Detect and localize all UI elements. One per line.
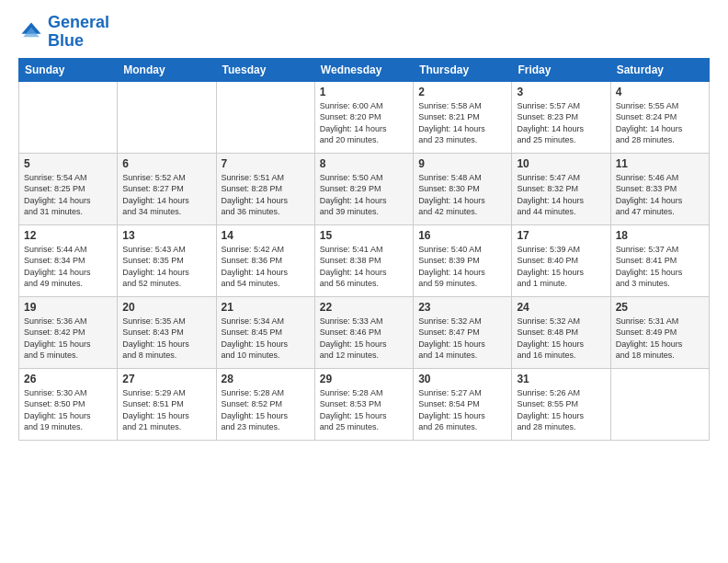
day-number: 26: [24, 373, 112, 385]
weekday-header: SundayMondayTuesdayWednesdayThursdayFrid…: [19, 58, 710, 81]
calendar-cell: 13Sunrise: 5:43 AM Sunset: 8:35 PM Dayli…: [118, 224, 216, 296]
day-info: Sunrise: 5:30 AM Sunset: 8:50 PM Dayligh…: [24, 387, 112, 433]
day-number: 1: [320, 86, 408, 98]
week-row-5: 26Sunrise: 5:30 AM Sunset: 8:50 PM Dayli…: [19, 368, 710, 440]
calendar-cell: 11Sunrise: 5:46 AM Sunset: 8:33 PM Dayli…: [610, 153, 709, 224]
day-number: 28: [222, 373, 310, 385]
day-info: Sunrise: 5:37 AM Sunset: 8:41 PM Dayligh…: [616, 244, 704, 290]
day-info: Sunrise: 5:34 AM Sunset: 8:45 PM Dayligh…: [222, 316, 310, 362]
day-number: 12: [24, 229, 112, 242]
day-number: 9: [418, 157, 506, 170]
day-info: Sunrise: 5:52 AM Sunset: 8:27 PM Dayligh…: [122, 172, 210, 218]
day-info: Sunrise: 5:29 AM Sunset: 8:51 PM Dayligh…: [122, 387, 210, 433]
logo-text: General Blue: [48, 14, 109, 51]
calendar-cell: 15Sunrise: 5:41 AM Sunset: 8:38 PM Dayli…: [314, 224, 413, 296]
day-number: 31: [517, 373, 605, 385]
day-info: Sunrise: 5:39 AM Sunset: 8:40 PM Dayligh…: [517, 244, 605, 290]
calendar-cell: 12Sunrise: 5:44 AM Sunset: 8:34 PM Dayli…: [19, 224, 118, 296]
day-number: 5: [24, 157, 112, 170]
weekday-monday: Monday: [118, 58, 216, 81]
day-number: 8: [320, 157, 408, 170]
day-number: 2: [418, 86, 506, 98]
weekday-tuesday: Tuesday: [216, 58, 314, 81]
day-info: Sunrise: 5:43 AM Sunset: 8:35 PM Dayligh…: [122, 244, 210, 290]
calendar-cell: 9Sunrise: 5:48 AM Sunset: 8:30 PM Daylig…: [414, 153, 512, 224]
week-row-2: 5Sunrise: 5:54 AM Sunset: 8:25 PM Daylig…: [19, 153, 710, 224]
day-info: Sunrise: 5:58 AM Sunset: 8:21 PM Dayligh…: [418, 100, 506, 146]
day-info: Sunrise: 5:40 AM Sunset: 8:39 PM Dayligh…: [418, 244, 506, 290]
day-info: Sunrise: 5:42 AM Sunset: 8:36 PM Dayligh…: [222, 244, 310, 290]
day-info: Sunrise: 5:32 AM Sunset: 8:47 PM Dayligh…: [418, 316, 506, 362]
logo-icon: [18, 19, 44, 45]
calendar-cell: 22Sunrise: 5:33 AM Sunset: 8:46 PM Dayli…: [314, 296, 413, 368]
day-number: 30: [418, 373, 506, 385]
calendar-cell: [610, 368, 709, 440]
day-number: 18: [616, 229, 704, 242]
day-number: 7: [222, 157, 310, 170]
weekday-thursday: Thursday: [414, 58, 512, 81]
weekday-sunday: Sunday: [19, 58, 118, 81]
day-info: Sunrise: 5:28 AM Sunset: 8:52 PM Dayligh…: [222, 387, 310, 433]
calendar-cell: 6Sunrise: 5:52 AM Sunset: 8:27 PM Daylig…: [118, 153, 216, 224]
calendar-cell: 27Sunrise: 5:29 AM Sunset: 8:51 PM Dayli…: [118, 368, 216, 440]
calendar-cell: 24Sunrise: 5:32 AM Sunset: 8:48 PM Dayli…: [512, 296, 610, 368]
day-number: 29: [320, 373, 408, 385]
day-number: 10: [517, 157, 605, 170]
calendar-cell: 30Sunrise: 5:27 AM Sunset: 8:54 PM Dayli…: [414, 368, 512, 440]
calendar-cell: 16Sunrise: 5:40 AM Sunset: 8:39 PM Dayli…: [414, 224, 512, 296]
calendar-cell: 20Sunrise: 5:35 AM Sunset: 8:43 PM Dayli…: [118, 296, 216, 368]
day-info: Sunrise: 5:26 AM Sunset: 8:55 PM Dayligh…: [517, 387, 605, 433]
day-number: 27: [122, 373, 210, 385]
weekday-saturday: Saturday: [610, 58, 709, 81]
day-info: Sunrise: 5:32 AM Sunset: 8:48 PM Dayligh…: [517, 316, 605, 362]
day-info: Sunrise: 5:54 AM Sunset: 8:25 PM Dayligh…: [24, 172, 112, 218]
day-number: 13: [122, 229, 210, 242]
day-number: 3: [517, 86, 605, 98]
day-number: 11: [616, 157, 704, 170]
calendar-cell: 19Sunrise: 5:36 AM Sunset: 8:42 PM Dayli…: [19, 296, 118, 368]
day-info: Sunrise: 5:44 AM Sunset: 8:34 PM Dayligh…: [24, 244, 112, 290]
weekday-wednesday: Wednesday: [314, 58, 413, 81]
calendar-cell: [216, 81, 314, 153]
calendar-cell: 18Sunrise: 5:37 AM Sunset: 8:41 PM Dayli…: [610, 224, 709, 296]
calendar-cell: 4Sunrise: 5:55 AM Sunset: 8:24 PM Daylig…: [610, 81, 709, 153]
calendar-cell: 25Sunrise: 5:31 AM Sunset: 8:49 PM Dayli…: [610, 296, 709, 368]
day-info: Sunrise: 5:31 AM Sunset: 8:49 PM Dayligh…: [616, 316, 704, 362]
page: General Blue SundayMondayTuesdayWednesda…: [0, 0, 728, 563]
day-number: 6: [122, 157, 210, 170]
calendar-cell: 26Sunrise: 5:30 AM Sunset: 8:50 PM Dayli…: [19, 368, 118, 440]
header: General Blue: [18, 14, 710, 51]
calendar-table: SundayMondayTuesdayWednesdayThursdayFrid…: [18, 58, 710, 441]
day-number: 21: [222, 301, 310, 314]
calendar-cell: 1Sunrise: 6:00 AM Sunset: 8:20 PM Daylig…: [314, 81, 413, 153]
calendar-cell: 5Sunrise: 5:54 AM Sunset: 8:25 PM Daylig…: [19, 153, 118, 224]
day-info: Sunrise: 5:48 AM Sunset: 8:30 PM Dayligh…: [418, 172, 506, 218]
day-info: Sunrise: 5:27 AM Sunset: 8:54 PM Dayligh…: [418, 387, 506, 433]
day-number: 16: [418, 229, 506, 242]
week-row-4: 19Sunrise: 5:36 AM Sunset: 8:42 PM Dayli…: [19, 296, 710, 368]
day-number: 20: [122, 301, 210, 314]
day-info: Sunrise: 5:55 AM Sunset: 8:24 PM Dayligh…: [616, 100, 704, 146]
calendar-cell: 3Sunrise: 5:57 AM Sunset: 8:23 PM Daylig…: [512, 81, 610, 153]
calendar-cell: 8Sunrise: 5:50 AM Sunset: 8:29 PM Daylig…: [314, 153, 413, 224]
weekday-friday: Friday: [512, 58, 610, 81]
day-info: Sunrise: 5:57 AM Sunset: 8:23 PM Dayligh…: [517, 100, 605, 146]
calendar-cell: 7Sunrise: 5:51 AM Sunset: 8:28 PM Daylig…: [216, 153, 314, 224]
week-row-1: 1Sunrise: 6:00 AM Sunset: 8:20 PM Daylig…: [19, 81, 710, 153]
day-info: Sunrise: 5:35 AM Sunset: 8:43 PM Dayligh…: [122, 316, 210, 362]
day-info: Sunrise: 5:51 AM Sunset: 8:28 PM Dayligh…: [222, 172, 310, 218]
calendar-cell: 29Sunrise: 5:28 AM Sunset: 8:53 PM Dayli…: [314, 368, 413, 440]
day-info: Sunrise: 5:28 AM Sunset: 8:53 PM Dayligh…: [320, 387, 408, 433]
calendar-cell: 21Sunrise: 5:34 AM Sunset: 8:45 PM Dayli…: [216, 296, 314, 368]
day-info: Sunrise: 5:47 AM Sunset: 8:32 PM Dayligh…: [517, 172, 605, 218]
day-info: Sunrise: 5:46 AM Sunset: 8:33 PM Dayligh…: [616, 172, 704, 218]
day-number: 15: [320, 229, 408, 242]
day-info: Sunrise: 5:50 AM Sunset: 8:29 PM Dayligh…: [320, 172, 408, 218]
day-number: 25: [616, 301, 704, 314]
day-number: 4: [616, 86, 704, 98]
day-info: Sunrise: 5:41 AM Sunset: 8:38 PM Dayligh…: [320, 244, 408, 290]
day-info: Sunrise: 6:00 AM Sunset: 8:20 PM Dayligh…: [320, 100, 408, 146]
calendar-cell: [118, 81, 216, 153]
logo: General Blue: [18, 14, 109, 51]
day-number: 17: [517, 229, 605, 242]
